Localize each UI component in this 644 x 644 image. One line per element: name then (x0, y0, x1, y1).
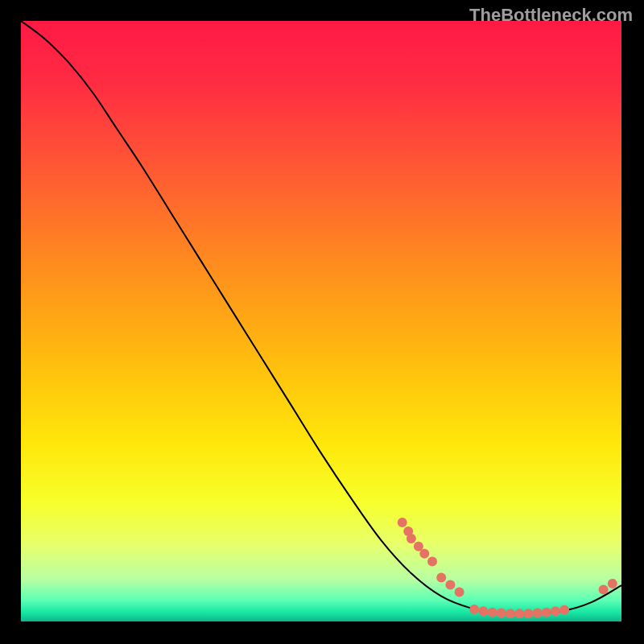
data-point (488, 608, 497, 617)
data-point (436, 573, 446, 583)
data-point (506, 609, 515, 618)
data-point (445, 580, 455, 590)
data-point (469, 605, 479, 614)
data-point (608, 579, 617, 588)
data-point (497, 609, 506, 618)
data-point (407, 534, 416, 543)
data-point (599, 585, 609, 595)
data-point (542, 608, 551, 617)
data-point (523, 609, 533, 618)
data-point (478, 606, 488, 616)
data-point (419, 549, 429, 559)
data-point (514, 609, 524, 618)
chart-stage: TheBottleneck.com (0, 0, 644, 644)
gradient-background (21, 21, 621, 621)
bottleneck-chart (0, 0, 644, 644)
data-point (551, 606, 560, 616)
data-point (455, 587, 464, 597)
data-point (559, 605, 569, 615)
data-point (533, 609, 543, 618)
data-point (398, 518, 407, 527)
data-point (427, 556, 437, 566)
watermark-label: TheBottleneck.com (469, 5, 633, 26)
